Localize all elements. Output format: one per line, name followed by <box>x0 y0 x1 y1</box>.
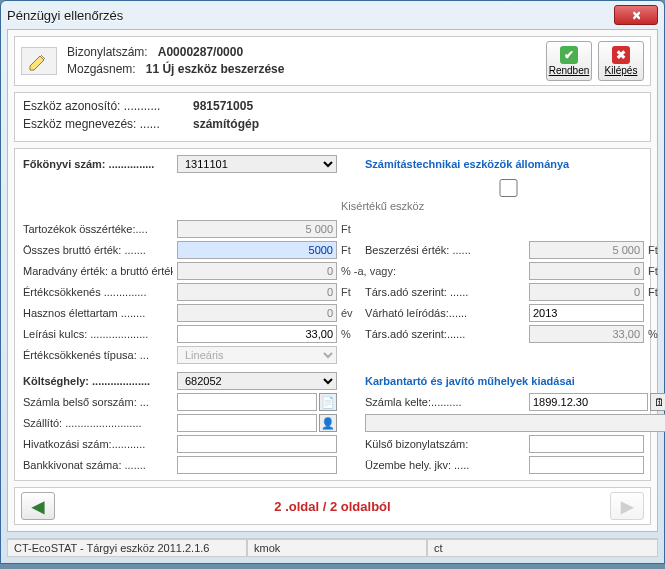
titlebar: Pénzügyi ellenőrzés ✕ <box>1 1 664 29</box>
rate-input[interactable] <box>177 325 337 343</box>
status-app: CT-EcoSTAT - Tárgyi eszköz 2011.2.1.6 <box>7 539 247 557</box>
commissioning-label: Üzembe hely. jkv: ..... <box>365 459 525 471</box>
costcenter-desc: Karbantartó és javító műhelyek kiadásai <box>365 375 665 387</box>
invoice-date-input[interactable] <box>529 393 648 411</box>
costcenter-label: Költséghely: ................... <box>23 375 173 387</box>
supplier-input[interactable] <box>177 414 317 432</box>
asset-id-label: Eszköz azonosító: ........... <box>23 99 193 113</box>
corptax2-label: Társ.adó szerint:...... <box>365 328 525 340</box>
corptax1-label: Társ.adó szerint: ...... <box>365 286 525 298</box>
arrow-left-icon: ◀ <box>32 497 44 516</box>
expected-input[interactable] <box>529 304 644 322</box>
calendar-button[interactable]: 🗓 <box>650 393 665 411</box>
pager: ◀ 2 .oldal / 2 oldalból ▶ <box>14 487 651 525</box>
asset-id-section: Eszköz azonosító: ........... 981571005 … <box>14 92 651 142</box>
ok-button[interactable]: ✔ Rendben <box>546 41 592 81</box>
deprec-input <box>177 283 337 301</box>
gross-input[interactable] <box>177 241 337 259</box>
commissioning-input[interactable] <box>529 456 644 474</box>
window-title: Pénzügyi ellenőrzés <box>7 8 614 23</box>
lifespan-input <box>177 304 337 322</box>
voucher-value: A0000287/0000 <box>158 45 243 59</box>
corptax1-input <box>529 283 644 301</box>
supplier-lookup-button[interactable]: 👤 <box>319 414 337 432</box>
invoice-lookup-button[interactable]: 📄 <box>319 393 337 411</box>
deprec-label: Értékcsökkenés .............. <box>23 286 173 298</box>
gross-label: Összes bruttó érték: ....... <box>23 244 173 256</box>
costcenter-select[interactable]: 682052 <box>177 372 337 390</box>
statusbar: CT-EcoSTAT - Tárgyi eszköz 2011.2.1.6 km… <box>7 538 658 557</box>
movement-value: 11 Új eszköz beszerzése <box>146 62 285 76</box>
next-page-button: ▶ <box>610 492 644 520</box>
status-other: ct <box>427 539 658 557</box>
supplier-label: Szállító: ......................... <box>23 417 173 429</box>
expected-label: Várható leíródás:...... <box>365 307 525 319</box>
ledger-select[interactable]: 1311101 <box>177 155 337 173</box>
close-icon: ✕ <box>632 9 641 22</box>
page-indicator: 2 .oldal / 2 oldalból <box>55 499 610 514</box>
document-header: Bizonylatszám: A0000287/0000 Mozgásnem: … <box>14 36 651 86</box>
bank-statement-label: Bankkivonat száma: ....... <box>23 459 173 471</box>
invoice-internal-label: Számla belső sorszám: ... <box>23 396 173 408</box>
low-value-label: Kisértékű eszköz <box>341 200 424 212</box>
status-user: kmok <box>247 539 427 557</box>
window-close-button[interactable]: ✕ <box>614 5 658 25</box>
external-voucher-label: Külső bizonylatszám: <box>365 438 525 450</box>
residual-label: Maradvány érték: a bruttó érték . <box>23 265 173 277</box>
calendar-icon: 🗓 <box>654 396 665 408</box>
lifespan-label: Hasznos élettartam ........ <box>23 307 173 319</box>
purchase-input <box>529 241 644 259</box>
rate-label: Leírási kulcs: ................... <box>23 328 173 340</box>
movement-label: Mozgásnem: <box>67 62 136 76</box>
form-section: Főkönyvi szám: ............... 1311101 S… <box>14 148 651 481</box>
purchase-label: Beszerzési érték: ...... <box>365 244 525 256</box>
app-window: Pénzügyi ellenőrzés ✕ Bizonylatszám: A00… <box>0 0 665 564</box>
person-icon: 👤 <box>321 417 335 430</box>
exit-icon: ✖ <box>612 46 630 64</box>
bank-statement-input[interactable] <box>177 456 337 474</box>
residual-pct-input <box>177 262 337 280</box>
external-voucher-input[interactable] <box>529 435 644 453</box>
invoice-date-label: Számla kelte:.......... <box>365 396 525 408</box>
document-icon: 📄 <box>321 396 335 409</box>
voucher-label: Bizonylatszám: <box>67 45 148 59</box>
supplier-name-input <box>365 414 665 432</box>
reference-label: Hivatkozási szám:........... <box>23 438 173 450</box>
asset-name-label: Eszköz megnevezés: ...... <box>23 117 193 131</box>
prev-page-button[interactable]: ◀ <box>21 492 55 520</box>
exit-button[interactable]: ✖ Kilépés <box>598 41 644 81</box>
edit-icon <box>21 47 57 75</box>
ledger-desc: Számítástechnikai eszközök állománya <box>365 158 665 170</box>
arrow-right-icon: ▶ <box>621 497 633 516</box>
invoice-internal-input[interactable] <box>177 393 317 411</box>
asset-id-value: 981571005 <box>193 99 253 113</box>
accessories-label: Tartozékok összértéke:.... <box>23 223 173 235</box>
residual-value-input <box>529 262 644 280</box>
corptax2-input <box>529 325 644 343</box>
accessories-input <box>177 220 337 238</box>
check-icon: ✔ <box>560 46 578 64</box>
reference-input[interactable] <box>177 435 337 453</box>
ledger-label: Főkönyvi szám: ............... <box>23 158 173 170</box>
asset-name-value: számítógép <box>193 117 259 131</box>
low-value-checkbox[interactable] <box>345 179 665 197</box>
deprec-type-label: Értékcsökkenés típusa: ... <box>23 349 173 361</box>
deprec-type-select: Lineáris <box>177 346 337 364</box>
